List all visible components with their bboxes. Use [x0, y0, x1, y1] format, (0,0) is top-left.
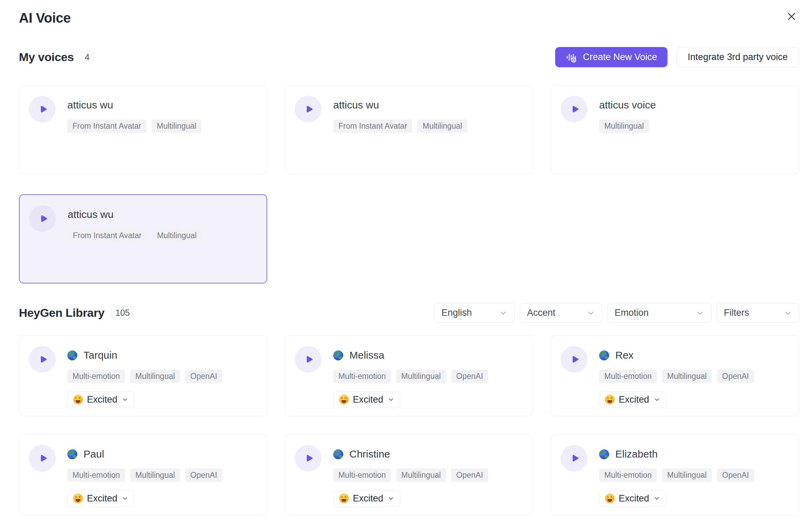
voice-name-row: Christine — [333, 448, 488, 460]
chevron-down-icon — [499, 309, 507, 317]
voice-tags: From Instant Avatar Multilingual — [67, 119, 201, 133]
voice-card-melissa[interactable]: Melissa Multi-emotion Multilingual OpenA… — [285, 335, 533, 416]
star-struck-emoji-icon — [605, 494, 615, 503]
play-button[interactable] — [29, 346, 56, 373]
emotion-value: Excited — [353, 493, 383, 504]
accent-filter-label: Accent — [527, 308, 556, 318]
emotion-select[interactable]: Excited — [333, 490, 400, 507]
play-icon — [303, 452, 315, 464]
play-button[interactable] — [561, 96, 587, 123]
voice-card-body: Christine Multi-emotion Multilingual Ope… — [333, 445, 488, 507]
play-icon — [303, 103, 315, 115]
chevron-down-icon — [388, 495, 394, 502]
chevron-down-icon — [653, 495, 660, 502]
library-filters: English Accent Emotion Filters — [434, 303, 799, 323]
voice-name: Paul — [83, 448, 104, 460]
play-icon — [569, 452, 581, 464]
voice-wave-plus-icon — [565, 51, 578, 63]
emotion-filter-select[interactable]: Emotion — [607, 303, 711, 323]
voice-tags: Multi-emotion Multilingual OpenAI — [599, 370, 754, 383]
language-filter-select[interactable]: English — [434, 303, 515, 323]
play-button[interactable] — [29, 96, 56, 123]
voice-tags: From Instant Avatar Multilingual — [333, 119, 467, 133]
voice-tag: From Instant Avatar — [68, 229, 147, 242]
create-new-voice-button[interactable]: Create New Voice — [555, 47, 667, 67]
filters-label: Filters — [724, 308, 749, 318]
play-icon — [37, 452, 49, 464]
voice-card-body: Elizabeth Multi-emotion Multilingual Ope… — [599, 445, 754, 507]
voice-tag: Multilingual — [396, 370, 446, 383]
voice-card-atticus-wu-2[interactable]: atticus wu From Instant Avatar Multiling… — [285, 85, 533, 174]
emotion-select[interactable]: Excited — [599, 391, 666, 408]
play-button[interactable] — [29, 205, 56, 232]
voice-card-body: atticus wu From Instant Avatar Multiling… — [68, 205, 202, 242]
voice-card-atticus-voice[interactable]: atticus voice Multilingual — [551, 85, 799, 174]
ai-voice-modal: AI Voice My voices 4 Crea — [0, 0, 808, 532]
play-icon — [37, 103, 49, 115]
voice-tag: OpenAI — [185, 469, 222, 482]
chevron-down-icon — [122, 396, 128, 403]
voice-card-elizabeth[interactable]: Elizabeth Multi-emotion Multilingual Ope… — [551, 434, 799, 515]
emotion-select[interactable]: Excited — [333, 391, 400, 408]
play-button[interactable] — [29, 445, 56, 472]
voice-tags: Multi-emotion Multilingual OpenAI — [599, 469, 754, 482]
chevron-down-icon — [653, 396, 660, 403]
chevron-down-icon — [388, 396, 394, 403]
star-struck-emoji-icon — [339, 494, 349, 503]
emotion-select[interactable]: Excited — [67, 391, 134, 408]
voice-tag: OpenAI — [185, 370, 222, 383]
star-struck-emoji-icon — [73, 494, 83, 503]
play-button[interactable] — [561, 346, 587, 373]
library-heading: HeyGen Library — [19, 306, 104, 320]
voice-name-row: Paul — [67, 448, 222, 460]
voice-tag: Multi-emotion — [333, 469, 391, 482]
voice-tag: Multilingual — [130, 469, 180, 482]
chevron-down-icon — [122, 495, 128, 502]
play-icon — [569, 103, 581, 115]
voice-tags: Multi-emotion Multilingual OpenAI — [67, 370, 222, 383]
globe-icon — [67, 449, 77, 459]
close-icon — [785, 10, 798, 23]
globe-icon — [333, 449, 343, 459]
emotion-value: Excited — [619, 394, 649, 405]
voice-card-rex[interactable]: Rex Multi-emotion Multilingual OpenAI Ex… — [551, 335, 799, 416]
voice-card-atticus-wu-1[interactable]: atticus wu From Instant Avatar Multiling… — [19, 85, 267, 174]
voice-tag: Multilingual — [396, 469, 446, 482]
emotion-filter-label: Emotion — [615, 308, 649, 318]
close-button[interactable] — [784, 9, 799, 25]
library-count-badge: 105 — [111, 307, 134, 319]
voice-card-tarquin[interactable]: Tarquin Multi-emotion Multilingual OpenA… — [19, 335, 267, 416]
play-button[interactable] — [561, 445, 587, 472]
emotion-select[interactable]: Excited — [599, 490, 666, 507]
integrate-voice-label: Integrate 3rd party voice — [688, 52, 788, 62]
voice-tag: Multi-emotion — [333, 370, 391, 383]
voice-name-row: Tarquin — [67, 349, 222, 361]
language-filter-label: English — [441, 308, 472, 318]
voice-tag: Multilingual — [152, 119, 201, 133]
filters-select[interactable]: Filters — [717, 303, 799, 323]
modal-header: AI Voice — [19, 10, 799, 26]
play-button[interactable] — [295, 96, 322, 123]
voice-tags: Multilingual — [599, 119, 656, 133]
voice-tag: Multilingual — [152, 229, 202, 242]
voice-tag: OpenAI — [451, 469, 488, 482]
play-icon — [38, 213, 49, 224]
voice-card-paul[interactable]: Paul Multi-emotion Multilingual OpenAI E… — [19, 434, 267, 515]
my-voices-heading-group: My voices 4 — [19, 50, 94, 64]
emotion-select[interactable]: Excited — [67, 490, 134, 507]
chevron-down-icon — [784, 309, 792, 317]
emotion-value: Excited — [619, 493, 649, 504]
voice-name-row: Rex — [599, 349, 754, 361]
play-button[interactable] — [295, 445, 322, 472]
play-button[interactable] — [295, 346, 322, 373]
globe-icon — [599, 350, 609, 360]
star-struck-emoji-icon — [339, 395, 349, 404]
voice-card-christine[interactable]: Christine Multi-emotion Multilingual Ope… — [285, 434, 533, 515]
library-header: HeyGen Library 105 English Accent Emotio… — [19, 303, 799, 323]
globe-icon — [599, 449, 609, 459]
integrate-3rd-party-voice-button[interactable]: Integrate 3rd party voice — [676, 47, 799, 67]
play-icon — [569, 354, 581, 365]
voice-card-atticus-wu-selected[interactable]: atticus wu From Instant Avatar Multiling… — [19, 194, 267, 284]
accent-filter-select[interactable]: Accent — [520, 303, 602, 323]
play-icon — [303, 354, 315, 365]
